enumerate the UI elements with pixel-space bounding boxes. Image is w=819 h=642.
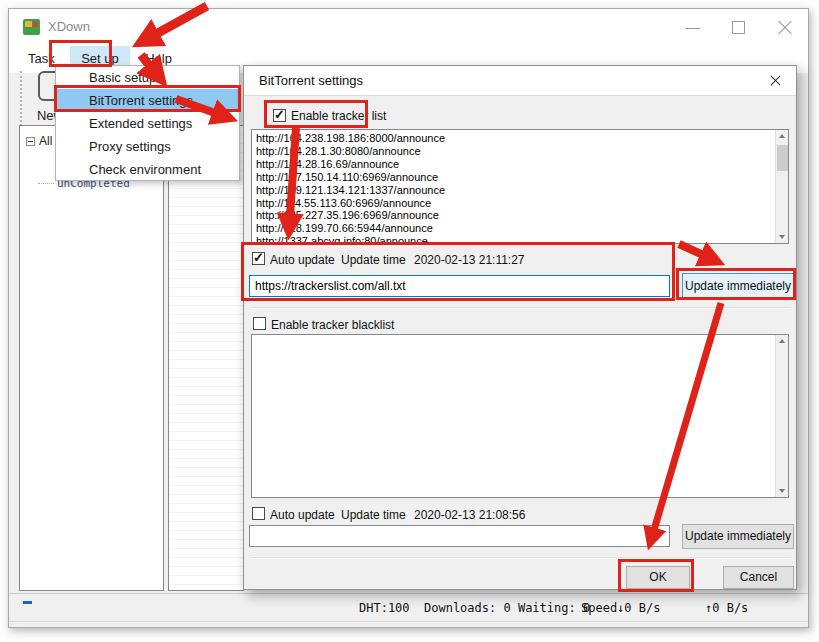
menu-item-check-environment[interactable]: Check environment: [56, 158, 239, 181]
update-time-value: 2020-02-13 21:11:27: [414, 253, 525, 267]
status-link-dash: [23, 601, 32, 604]
enable-tracker-blacklist-checkbox[interactable]: [253, 317, 266, 330]
blacklist-auto-update-label: Auto update: [270, 508, 335, 522]
download-list-panel: [168, 125, 244, 591]
setup-dropdown-menu: Basic setup BitTorrent settings Extended…: [55, 65, 240, 181]
blacklist-update-time-label: Update time: [341, 508, 406, 522]
tracker-url: http://128.199.70.66:5944/announce: [252, 222, 788, 235]
status-dht: DHT:100: [359, 601, 410, 615]
dialog-title-bar: BitTorrent settings: [244, 66, 796, 96]
blacklist-update-time-value: 2020-02-13 21:08:56: [414, 508, 525, 522]
window-controls: [670, 9, 808, 46]
sidebar-item-all[interactable]: All: [26, 134, 52, 148]
menu-item-basic-setup[interactable]: Basic setup: [56, 66, 239, 89]
app-icon: [23, 19, 40, 35]
maximize-button[interactable]: [716, 9, 762, 46]
scroll-down-icon[interactable]: [776, 484, 788, 497]
update-time-label: Update time: [341, 253, 406, 267]
scrollbar[interactable]: [775, 335, 788, 497]
enable-tracker-blacklist-label: Enable tracker blacklist: [271, 318, 394, 332]
tracker-list-box[interactable]: http://104.238.198.186:8000/announce htt…: [251, 129, 789, 244]
minimize-button[interactable]: [670, 9, 716, 46]
screen: XDown Task Set up Help New All unComplet…: [0, 0, 819, 642]
auto-update-label: Auto update: [270, 253, 335, 267]
scrollbar-thumb[interactable]: [777, 145, 788, 171]
maximize-icon: [732, 21, 745, 34]
menu-item-extended-settings[interactable]: Extended settings: [56, 112, 239, 135]
status-speed-up: ↑0 B/s: [705, 601, 748, 615]
auto-update-checkbox[interactable]: [252, 252, 265, 265]
scroll-up-icon[interactable]: [776, 130, 788, 143]
cancel-button[interactable]: Cancel: [723, 566, 794, 589]
toolbar-gripper: [20, 71, 23, 126]
status-speed-down: Speed↓0 B/s: [581, 601, 660, 615]
scroll-up-icon[interactable]: [776, 335, 788, 348]
tracker-url: http://125.227.35.196:6969/announce: [252, 209, 788, 222]
blacklist-update-immediately-button[interactable]: Update immediately: [682, 524, 794, 549]
status-downloads: Downloads: 0 Waiting: 0: [424, 601, 590, 615]
tracker-url: http://114.55.113.60:6969/announce: [252, 197, 788, 210]
ok-button[interactable]: OK: [626, 566, 690, 589]
enable-tracker-list-label: Enable tracker list: [291, 109, 386, 123]
dialog-title: BitTorrent settings: [259, 73, 363, 88]
tracker-url-list: http://104.238.198.186:8000/announce htt…: [252, 130, 788, 244]
category-tree-panel: All unCompleted: [19, 125, 164, 591]
minimize-icon: [685, 28, 700, 29]
sidebar-item-label: All: [39, 134, 52, 148]
scroll-down-icon[interactable]: [776, 230, 788, 243]
tracker-url: http://104.238.198.186:8000/announce: [252, 132, 788, 145]
tracker-url: http://109.121.134.121:1337/announce: [252, 184, 788, 197]
menu-item-bittorrent-settings[interactable]: BitTorrent settings: [56, 89, 239, 112]
tree-collapse-icon[interactable]: [26, 137, 35, 146]
scrollbar[interactable]: [775, 130, 788, 243]
tracker-url: http://1337.abcvg.info:80/announce: [252, 235, 788, 244]
tree-branch-icon: [38, 183, 54, 184]
tracker-list-url-input[interactable]: [249, 275, 670, 297]
menu-item-proxy-settings[interactable]: Proxy settings: [56, 135, 239, 158]
blacklist-url-input[interactable]: [249, 525, 670, 547]
separator: [251, 307, 791, 309]
dialog-close-icon[interactable]: [764, 70, 788, 92]
window-title: XDown: [48, 19, 90, 34]
update-immediately-button[interactable]: Update immediately: [682, 273, 794, 299]
tracker-url: http://104.28.1.30:8080/announce: [252, 145, 788, 158]
tracker-url: http://104.28.16.69/announce: [252, 158, 788, 171]
blacklist-auto-update-checkbox[interactable]: [252, 507, 265, 520]
tracker-blacklist-box[interactable]: [251, 334, 789, 498]
close-button[interactable]: [762, 9, 808, 46]
status-bar: DHT:100 Downloads: 0 Waiting: 0 Speed↓0 …: [9, 593, 808, 622]
separator: [251, 557, 791, 559]
tracker-url: http://107.150.14.110:6969/announce: [252, 171, 788, 184]
enable-tracker-list-checkbox[interactable]: [273, 109, 286, 122]
bittorrent-settings-dialog: BitTorrent settings Enable tracker list …: [243, 65, 797, 590]
title-bar: XDown: [9, 9, 808, 46]
